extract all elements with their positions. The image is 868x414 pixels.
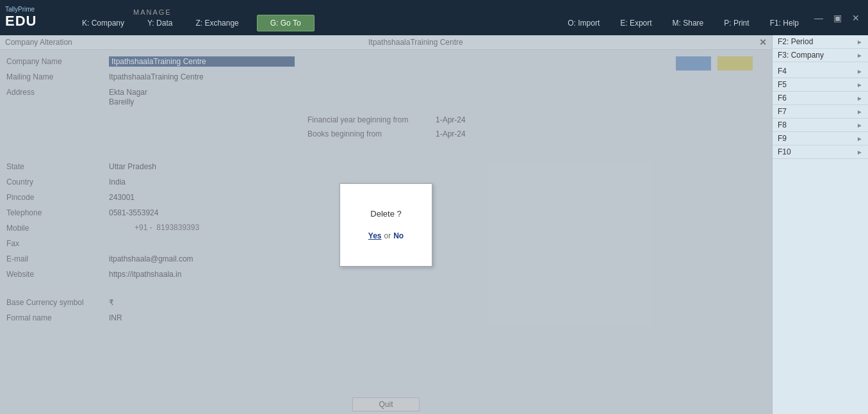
sidebar-f4[interactable]: F4 ►	[773, 65, 868, 78]
content-area: Company Alteration ItpathshaalaTraining …	[0, 35, 772, 414]
logo-top: TallyPrime	[5, 6, 59, 13]
sidebar-f7-label: F7	[778, 107, 787, 116]
menu-help[interactable]: F1: Help	[760, 15, 809, 31]
right-menu: O: Import E: Export M: Share P: Print F1…	[557, 15, 809, 31]
sidebar-f2[interactable]: F2: Period ►	[773, 35, 868, 49]
manage-label: MANAGE	[133, 8, 172, 16]
sidebar-f6-arrow: ►	[856, 95, 863, 102]
sidebar-f4-arrow: ►	[856, 68, 863, 75]
menu-import[interactable]: O: Import	[557, 15, 610, 31]
sidebar-f6-label: F6	[778, 94, 787, 103]
dialog-buttons: Yes or No	[368, 231, 404, 240]
menu-print[interactable]: P: Print	[714, 15, 759, 31]
minimize-button[interactable]: —	[809, 10, 828, 26]
top-bar: TallyPrime EDU MANAGE K: Company Y: Data…	[0, 0, 868, 35]
close-button[interactable]: ✕	[847, 10, 865, 26]
sidebar-f3[interactable]: F3: Company ►	[773, 49, 868, 62]
dialog-yes-button[interactable]: Yes	[368, 231, 382, 240]
delete-dialog: Delete ? Yes or No	[340, 183, 432, 267]
sidebar-f7[interactable]: F7 ►	[773, 105, 868, 119]
sidebar-f3-arrow: ►	[856, 52, 863, 59]
menu-exchange[interactable]: Z: Exchange	[184, 15, 250, 31]
menu-export[interactable]: E: Export	[610, 15, 662, 31]
menu-data[interactable]: Y: Data	[136, 15, 184, 31]
sidebar-f8-arrow: ►	[856, 122, 863, 129]
sidebar-f10-label: F10	[778, 147, 791, 156]
sidebar-f7-arrow: ►	[856, 108, 863, 115]
sidebar-f6[interactable]: F6 ►	[773, 92, 868, 105]
sidebar-f5-arrow: ►	[856, 81, 863, 88]
logo-bottom: EDU	[5, 13, 59, 29]
sidebar-f10[interactable]: F10 ►	[773, 145, 868, 159]
sidebar-f2-arrow: ►	[856, 38, 863, 46]
restore-button[interactable]: ▣	[828, 10, 847, 26]
main-area: Company Alteration ItpathshaalaTraining …	[0, 35, 868, 414]
dialog-or-text: or	[384, 231, 391, 240]
right-sidebar: F2: Period ► F3: Company ► F4 ► F5 ► F6 …	[772, 35, 868, 414]
logo-section: TallyPrime EDU	[0, 3, 64, 33]
sidebar-f2-label: F2: Period	[778, 37, 813, 46]
sidebar-f9-arrow: ►	[856, 135, 863, 142]
menu-share[interactable]: M: Share	[662, 15, 714, 31]
dialog-no-button[interactable]: No	[393, 231, 404, 240]
menu-company[interactable]: K: Company	[70, 15, 136, 31]
dialog-overlay: Delete ? Yes or No	[0, 35, 772, 414]
sidebar-f5[interactable]: F5 ►	[773, 78, 868, 92]
goto-button[interactable]: G: Go To	[257, 15, 315, 31]
sidebar-f9-label: F9	[778, 134, 787, 143]
window-controls: — ▣ ✕	[809, 10, 868, 26]
sidebar-f8-label: F8	[778, 120, 787, 129]
sidebar-f4-label: F4	[778, 67, 787, 76]
sidebar-f5-label: F5	[778, 80, 787, 89]
sidebar-f3-label: F3: Company	[778, 51, 824, 60]
sidebar-f9[interactable]: F9 ►	[773, 132, 868, 145]
sidebar-f10-arrow: ►	[856, 149, 863, 156]
dialog-message: Delete ?	[370, 209, 401, 219]
sidebar-f8[interactable]: F8 ►	[773, 119, 868, 132]
menu-bar: K: Company Y: Data Z: Exchange G: Go To …	[64, 15, 809, 31]
